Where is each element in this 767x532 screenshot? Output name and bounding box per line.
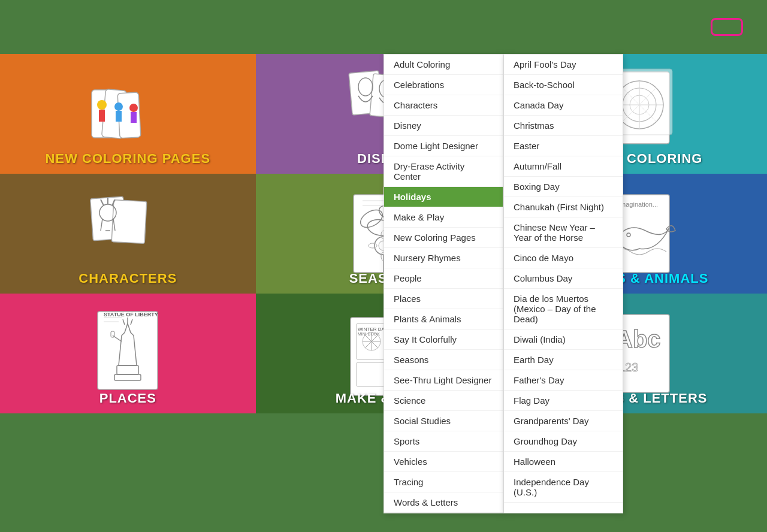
dropdown-right-panel: April Fool's DayBack-to-SchoolCanada Day… [503,54,623,513]
menu-item-holidays[interactable]: Holidays [384,187,503,207]
submenu-item-groundhog-day[interactable]: Groundhog Day [504,431,623,452]
svg-point-3 [97,100,107,110]
menu-item-make-play[interactable]: Make & Play [384,207,503,228]
svg-rect-21 [618,69,672,135]
menu-item-people[interactable]: People [384,268,503,289]
submenu-item-grandparents-day[interactable]: Grandparents' Day [504,411,623,431]
svg-rect-4 [99,110,105,122]
menu-item-nursery-rhymes[interactable]: Nursery Rhymes [384,248,503,268]
category-dropdown: Adult ColoringCelebrationsCharactersDisn… [384,54,623,513]
svg-point-5 [114,102,123,111]
submenu-item-dia-de-muertos[interactable]: Dia de los Muertos (Mexico – Day of the … [504,289,623,330]
submenu-item-easter[interactable]: Easter [504,136,623,156]
menu-item-vehicles[interactable]: Vehicles [384,452,503,472]
menu-item-seasons[interactable]: Seasons [384,350,503,370]
menu-item-tracing[interactable]: Tracing [384,472,503,492]
submenu-item-independence-day[interactable]: Independence Day (U.S.) [504,472,623,503]
svg-text:MINI BOOK: MINI BOOK [358,332,380,336]
submenu-item-earth-day[interactable]: Earth Day [504,350,623,370]
svg-rect-6 [116,111,122,122]
svg-text:Imagination...: Imagination... [618,201,658,208]
tile-new-coloring-pages[interactable]: NEW COLORING PAGES [0,54,256,174]
menu-item-say-colorfully[interactable]: Say It Colorfully [384,330,503,350]
menu-item-celebrations[interactable]: Celebrations [384,75,503,95]
menu-item-sports[interactable]: Sports [384,431,503,452]
submenu-item-fathers-day[interactable]: Father's Day [504,370,623,391]
svg-point-7 [129,104,138,112]
svg-rect-23 [112,200,147,244]
dropdown-left-panel: Adult ColoringCelebrationsCharactersDisn… [384,54,503,513]
browse-button[interactable] [711,18,743,36]
submenu-item-cinco-de-mayo[interactable]: Cinco de Mayo [504,248,623,268]
submenu-item-autumn-fall[interactable]: Autumn/Fall [504,156,623,177]
submenu-item-boxing-day[interactable]: Boxing Day [504,177,623,197]
tile-label: CHARACTERS [78,271,177,286]
submenu-item-christmas[interactable]: Christmas [504,116,623,136]
submenu-item-chinese-new-year[interactable]: Chinese New Year – Year of the Horse [504,217,623,248]
submenu-item-flag-day[interactable]: Flag Day [504,391,623,411]
tile-places[interactable]: STATUE OF LIBERTY PLACES [0,294,256,413]
menu-item-new-coloring[interactable]: New Coloring Pages [384,228,503,248]
submenu-item-columbus-day[interactable]: Columbus Day [504,268,623,289]
page-header [0,0,767,54]
menu-item-plants-animals[interactable]: Plants & Animals [384,309,503,330]
submenu-item-halloween[interactable]: Halloween [504,452,623,472]
menu-item-words-letters[interactable]: Words & Letters [384,492,503,513]
menu-item-see-thru[interactable]: See-Thru Light Designer [384,370,503,391]
menu-item-social-studies[interactable]: Social Studies [384,411,503,431]
svg-rect-58 [357,362,386,386]
menu-item-characters[interactable]: Characters [384,95,503,116]
submenu-item-back-to-school[interactable]: Back-to-School [504,75,623,95]
submenu-item-chanukah[interactable]: Chanukah (First Night) [504,197,623,217]
submenu-item-april-fools[interactable]: April Fool's Day [504,55,623,75]
submenu-item-diwali[interactable]: Diwali (India) [504,330,623,350]
menu-item-dome-light[interactable]: Dome Light Designer [384,136,503,156]
menu-item-dry-erase[interactable]: Dry-Erase Activity Center [384,156,503,187]
menu-item-adult-coloring[interactable]: Adult Coloring [384,55,503,75]
svg-text:STATUE OF LIBERTY: STATUE OF LIBERTY [104,312,158,318]
menu-item-places[interactable]: Places [384,289,503,309]
menu-item-science[interactable]: Science [384,391,503,411]
svg-rect-8 [131,112,137,123]
tile-characters[interactable]: CHARACTERS [0,174,256,294]
tile-label: NEW COLORING PAGES [46,151,211,167]
menu-item-disney[interactable]: Disney [384,116,503,136]
submenu-item-canada-day[interactable]: Canada Day [504,95,623,116]
tile-label: PLACES [99,391,156,406]
